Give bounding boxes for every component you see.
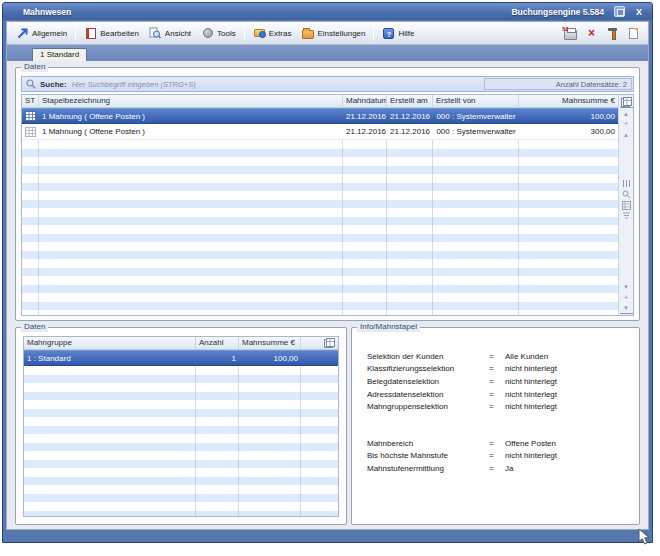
window-app-icon[interactable] <box>614 6 625 17</box>
stack-table: ST Stapelbezeichnung Mahndatum Erstellt … <box>21 94 634 316</box>
grid-view-icon[interactable] <box>620 200 633 211</box>
info-value: Offene Posten <box>505 439 556 448</box>
column-header-mahnsumme[interactable]: Mahnsumme € <box>239 337 301 349</box>
info-row: Selektion der Kunden = Alle Kunden <box>367 350 633 363</box>
title-bar: Mahnwesen Buchungsengine 5.584 X <box>3 3 652 20</box>
table-row[interactable]: 1 Mahnung ( Offene Posten ) 21.12.2016 2… <box>22 124 618 140</box>
tab-strip: 1 Standard <box>7 45 648 61</box>
info-row: Belegdatenselektion = nicht hinterlegt <box>367 375 633 388</box>
columns-icon[interactable] <box>620 178 633 189</box>
cell-mahnsumme: 100,00 <box>239 351 301 365</box>
scroll-bottom-icon[interactable]: ▼ <box>620 303 633 314</box>
column-chooser-icon[interactable] <box>301 337 338 349</box>
toolbar-label: Einstellungen <box>317 29 365 38</box>
info-label: Mahnbereich <box>367 439 489 448</box>
grid-row-icon <box>22 109 39 123</box>
equals-sign: = <box>489 390 505 399</box>
toolbar-button-bearbeiten[interactable]: Bearbeiten <box>79 25 144 42</box>
equals-sign: = <box>489 439 505 448</box>
info-value: nicht hinterlegt <box>505 451 557 460</box>
move-up-icon[interactable]: + <box>620 118 633 129</box>
equals-sign: = <box>489 451 505 460</box>
settings-folder-icon <box>301 27 314 40</box>
tab-standard[interactable]: 1 Standard <box>32 48 87 61</box>
toolbar-button-allgemein[interactable]: Allgemein <box>11 25 72 42</box>
delete-icon[interactable]: × <box>584 26 599 40</box>
new-page-icon[interactable] <box>626 26 641 40</box>
cell-mahnsumme: 300,00 <box>519 124 618 139</box>
info-row: Klassifizierungsselektion = nicht hinter… <box>367 363 633 376</box>
record-count: Anzahl Datensätze: 2 <box>484 78 632 90</box>
group-daten-main: Daten Suche: Anzahl Datensätze: 2 ST Sta… <box>15 67 640 321</box>
toolbar: Allgemein Bearbeiten Ansicht Tools Extra… <box>7 22 648 45</box>
column-header-erstellt-am[interactable]: Erstellt am <box>387 95 433 107</box>
search-label: Suche: <box>40 80 67 89</box>
column-header-st[interactable]: ST <box>22 95 39 107</box>
info-label: Bis höchste Mahnstufe <box>367 451 489 460</box>
toolbar-button-extras[interactable]: Extras <box>248 25 297 42</box>
view-magnifier-icon <box>149 27 162 40</box>
info-label: Mahnstufenermittlung <box>367 464 489 473</box>
scroll-up-icon[interactable]: ▲ <box>620 129 633 140</box>
move-down-icon[interactable]: + <box>620 292 633 303</box>
bottom-row: Daten Mahngruppe Anzahl Mahnsumme € 1 : … <box>15 327 640 525</box>
info-row: Bis höchste Mahnstufe = nicht hinterlegt <box>367 450 633 463</box>
table-row[interactable]: 1 : Standard 1 100,00 <box>24 350 338 366</box>
cell-stapelbezeichnung: 1 Mahnung ( Offene Posten ) <box>39 124 343 139</box>
cell-mahndatum: 21.12.2016 <box>343 124 387 139</box>
toolbar-label: Extras <box>269 29 292 38</box>
mouse-cursor <box>638 528 650 548</box>
info-label: Adressdatenselektion <box>367 390 489 399</box>
cell-erstellt-von: 000 : Systemverwalter <box>433 124 519 139</box>
arrow-up-right-icon <box>16 27 29 40</box>
info-label: Klassifizierungsselektion <box>367 364 489 373</box>
mahngruppe-table: Mahngruppe Anzahl Mahnsumme € 1 : Standa… <box>23 336 339 517</box>
grid-row-icon <box>22 124 39 139</box>
group-title: Daten <box>21 322 48 332</box>
equals-sign: = <box>489 352 505 361</box>
group-daten-mahngruppe: Daten Mahngruppe Anzahl Mahnsumme € 1 : … <box>15 327 347 525</box>
cell-mahnsumme: 100,00 <box>519 109 618 123</box>
column-header-mahnsumme[interactable]: Mahnsumme € <box>519 95 618 107</box>
column-header-stapelbezeichnung[interactable]: Stapelbezeichnung <box>39 95 343 107</box>
info-section-gap <box>367 413 633 437</box>
main-panel: Daten Suche: Anzahl Datensätze: 2 ST Sta… <box>7 61 648 529</box>
window-body: Allgemein Bearbeiten Ansicht Tools Extra… <box>6 21 649 530</box>
toolbar-button-tools[interactable]: Tools <box>196 25 241 42</box>
column-header-mahndatum[interactable]: Mahndatum <box>343 95 387 107</box>
window-title: Mahnwesen <box>23 7 511 17</box>
hammer-icon[interactable] <box>605 26 620 40</box>
equals-sign: = <box>489 402 505 411</box>
table-nav-column: ▲ + ▲ <box>618 95 633 315</box>
equals-sign: = <box>489 364 505 373</box>
extras-box-icon <box>253 27 266 40</box>
info-value: nicht hinterlegt <box>505 402 557 411</box>
table-header: Mahngruppe Anzahl Mahnsumme € <box>24 337 338 350</box>
empty-rows-area <box>24 366 338 516</box>
search-input[interactable] <box>72 80 483 89</box>
column-header-mahngruppe[interactable]: Mahngruppe <box>24 337 196 349</box>
scroll-down-icon[interactable]: ▼ <box>620 281 633 292</box>
help-question-icon: ? <box>382 27 395 40</box>
cell-stapelbezeichnung: 1 Mahnung ( Offene Posten ) <box>39 109 343 123</box>
close-button[interactable]: X <box>633 7 645 17</box>
info-value: nicht hinterlegt <box>505 390 557 399</box>
toolbar-button-hilfe[interactable]: ? Hilfe <box>377 25 419 42</box>
scroll-top-icon[interactable]: ▲ <box>620 107 633 118</box>
column-header-erstellt-von[interactable]: Erstellt von <box>433 95 519 107</box>
cell-mahndatum: 21.12.2016 <box>343 109 387 123</box>
print-report-icon[interactable]: M <box>563 26 578 40</box>
cell-erstellt-am: 21.12.2016 <box>387 109 433 123</box>
cell-anzahl: 1 <box>196 351 239 365</box>
tools-gear-icon <box>201 27 214 40</box>
column-header-anzahl[interactable]: Anzahl <box>196 337 239 349</box>
table-row[interactable]: 1 Mahnung ( Offene Posten ) 21.12.2016 2… <box>22 108 618 124</box>
table-header: ST Stapelbezeichnung Mahndatum Erstellt … <box>22 95 618 108</box>
column-chooser-icon[interactable] <box>620 96 633 107</box>
zoom-icon[interactable] <box>620 189 633 200</box>
toolbar-button-ansicht[interactable]: Ansicht <box>144 25 196 42</box>
filter-icon[interactable] <box>620 211 633 222</box>
toolbar-separator <box>244 26 245 41</box>
toolbar-button-einstellungen[interactable]: Einstellungen <box>296 25 370 42</box>
info-value: nicht hinterlegt <box>505 377 557 386</box>
